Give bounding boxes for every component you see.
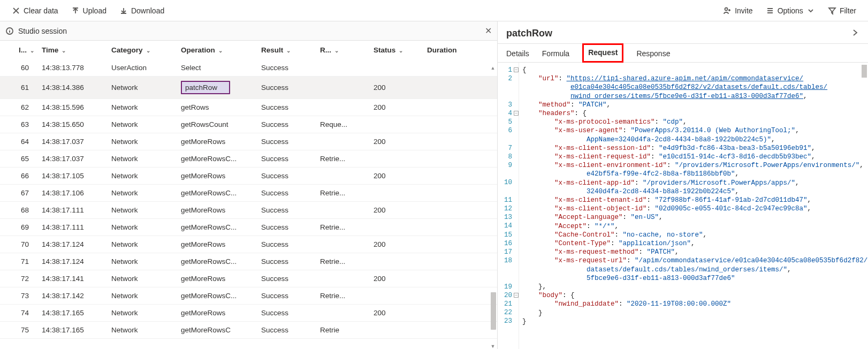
code-viewer[interactable]: 1−234−567891011121314151617181920−212223… <box>498 63 868 349</box>
table-row[interactable]: 6514:38:17.037NetworkgetMoreRowsC...Succ… <box>0 150 497 168</box>
download-icon <box>119 6 128 15</box>
table-row[interactable]: 7514:38:17.165NetworkgetMoreRowsCSuccess… <box>0 322 497 339</box>
col-time[interactable]: Time⌄ <box>37 41 107 59</box>
table-row[interactable]: 7014:38:17.124NetworkgetMoreRowsSuccess2… <box>0 236 497 253</box>
chevron-down-icon <box>806 6 815 15</box>
svg-point-0 <box>725 7 728 10</box>
tab-response[interactable]: Response <box>636 44 670 62</box>
session-label: Studio session <box>18 27 67 35</box>
chevron-right-icon[interactable] <box>851 28 859 39</box>
col-status[interactable]: Status⌄ <box>369 41 423 59</box>
close-icon[interactable]: ✕ <box>485 26 492 36</box>
col-r[interactable]: R...⌄ <box>316 41 369 59</box>
table-row[interactable]: 7214:38:17.141NetworkgetMoreRowsSuccess2… <box>0 270 497 287</box>
table-row[interactable]: 6114:38:14.386NetworkpatchRowSuccess200 <box>0 77 497 99</box>
table-row[interactable]: 6314:38:15.650NetworkgetRowsCountSuccess… <box>0 116 497 133</box>
col-category[interactable]: Category⌄ <box>107 41 177 59</box>
scrollbar-thumb[interactable] <box>491 292 496 330</box>
download-button[interactable]: Download <box>113 2 171 19</box>
tab-request[interactable]: Request <box>582 43 623 63</box>
clear-label: Clear data <box>24 6 58 15</box>
table-row[interactable]: 6214:38:15.596NetworkgetRowsSuccess200 <box>0 99 497 116</box>
events-table: I...⌄ Time⌄ Category⌄ Operation⌄ Result⌄… <box>0 41 497 339</box>
table-row[interactable]: 7314:38:17.142NetworkgetMoreRowsC...Succ… <box>0 287 497 305</box>
table-row[interactable]: 6414:38:17.037NetworkgetMoreRowsSuccess2… <box>0 133 497 150</box>
code-scrollbar-thumb[interactable] <box>862 65 867 78</box>
table-row[interactable]: 6714:38:17.106NetworkgetMoreRowsC...Succ… <box>0 185 497 202</box>
detail-header: patchRow <box>498 21 868 44</box>
x-icon <box>12 6 20 15</box>
scrollbar-track[interactable]: ▲ ▼ <box>490 67 496 347</box>
upload-label: Upload <box>83 6 106 15</box>
info-icon <box>5 27 14 35</box>
table-row[interactable]: 6914:38:17.111NetworkgetMoreRowsC...Succ… <box>0 219 497 236</box>
toolbar: Clear data Upload Download Invite Option… <box>0 0 868 21</box>
detail-title: patchRow <box>506 28 552 39</box>
tab-formula[interactable]: Formula <box>542 44 569 62</box>
session-bar: Studio session ✕ <box>0 21 497 41</box>
invite-label: Invite <box>735 6 752 15</box>
table-header-row: I...⌄ Time⌄ Category⌄ Operation⌄ Result⌄… <box>0 41 497 59</box>
col-duration[interactable]: Duration <box>423 41 497 59</box>
upload-button[interactable]: Upload <box>65 2 113 19</box>
download-label: Download <box>131 6 164 15</box>
filter-button[interactable]: Filter <box>821 2 863 19</box>
upload-icon <box>71 6 80 15</box>
options-button[interactable]: Options <box>759 2 821 19</box>
table-row[interactable]: 7414:38:17.165NetworkgetMoreRowsSuccess2… <box>0 305 497 322</box>
tab-details[interactable]: Details <box>506 44 529 62</box>
col-id[interactable]: I...⌄ <box>0 41 37 59</box>
col-operation[interactable]: Operation⌄ <box>177 41 257 59</box>
options-label: Options <box>778 6 803 15</box>
table-row[interactable]: 6614:38:17.105NetworkgetMoreRowsSuccess2… <box>0 168 497 185</box>
col-result[interactable]: Result⌄ <box>257 41 316 59</box>
table-row[interactable]: 7114:38:17.124NetworkgetMoreRowsC...Succ… <box>0 253 497 270</box>
clear-data-button[interactable]: Clear data <box>5 2 65 19</box>
detail-tabs: Details Formula Request Response <box>498 44 868 63</box>
table-row[interactable]: 6014:38:13.778UserActionSelectSuccess <box>0 59 497 77</box>
filter-label: Filter <box>840 6 856 15</box>
filter-icon <box>828 6 836 15</box>
list-icon <box>766 6 774 15</box>
table-row[interactable]: 6814:38:17.111NetworkgetMoreRowsSuccess2… <box>0 202 497 219</box>
person-add-icon <box>723 6 732 15</box>
invite-button[interactable]: Invite <box>717 2 759 19</box>
